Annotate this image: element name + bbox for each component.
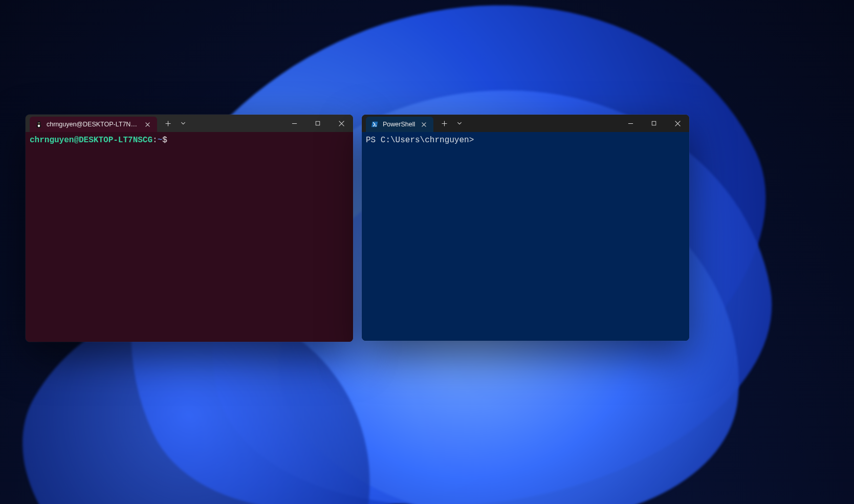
prompt-user-host: chrnguyen@DESKTOP-LT7NSCG — [30, 136, 152, 145]
prompt-separator: : — [152, 136, 158, 145]
tab-strip: chrnguyen@DESKTOP-LT7NSCG: ~ — [26, 115, 157, 132]
tab-close-button[interactable] — [419, 120, 428, 129]
svg-point-2 — [37, 125, 40, 127]
minimize-icon — [292, 121, 297, 126]
svg-rect-7 — [316, 121, 320, 125]
close-button[interactable] — [666, 115, 689, 132]
chevron-down-icon — [181, 121, 186, 126]
close-button[interactable] — [330, 115, 353, 132]
tab-tools — [433, 115, 466, 132]
maximize-button[interactable] — [642, 115, 666, 132]
terminal-window-powershell[interactable]: PowerShell PS — [362, 115, 689, 341]
svg-rect-8 — [652, 121, 656, 125]
window-controls — [282, 115, 353, 132]
tab-title: chrnguyen@DESKTOP-LT7NSCG: ~ — [47, 121, 139, 128]
plus-icon — [442, 121, 447, 126]
titlebar-drag-region[interactable] — [466, 115, 619, 132]
svg-point-6 — [39, 123, 39, 123]
tab-close-button[interactable] — [143, 120, 152, 129]
svg-point-5 — [38, 123, 38, 123]
tab-dropdown-button[interactable] — [453, 115, 466, 132]
new-tab-button[interactable] — [435, 115, 453, 132]
minimize-icon — [628, 121, 633, 126]
prompt-path: ~ — [158, 136, 163, 145]
terminal-viewport[interactable]: chrnguyen@DESKTOP-LT7NSCG:~$ — [26, 132, 353, 342]
powershell-prompt: PS C:\Users\chrnguyen> — [366, 136, 474, 145]
powershell-icon — [371, 121, 379, 128]
tab-active[interactable]: chrnguyen@DESKTOP-LT7NSCG: ~ — [30, 117, 157, 132]
minimize-button[interactable] — [619, 115, 642, 132]
plus-icon — [165, 121, 171, 126]
close-icon — [675, 121, 681, 126]
chevron-down-icon — [457, 121, 462, 126]
titlebar[interactable]: chrnguyen@DESKTOP-LT7NSCG: ~ — [26, 115, 353, 132]
prompt-sigil: $ — [162, 136, 167, 145]
maximize-icon — [651, 121, 656, 126]
terminal-viewport[interactable]: PS C:\Users\chrnguyen> — [362, 132, 689, 341]
close-icon — [339, 121, 344, 126]
tux-icon — [35, 121, 42, 128]
tab-active[interactable]: PowerShell — [366, 117, 433, 132]
tab-strip: PowerShell — [362, 115, 433, 132]
tab-title: PowerShell — [383, 121, 415, 128]
svg-point-0 — [37, 121, 40, 125]
titlebar-drag-region[interactable] — [190, 115, 282, 132]
new-tab-button[interactable] — [159, 115, 177, 132]
maximize-icon — [315, 121, 320, 126]
tab-dropdown-button[interactable] — [177, 115, 190, 132]
titlebar[interactable]: PowerShell — [362, 115, 689, 132]
minimize-button[interactable] — [282, 115, 306, 132]
maximize-button[interactable] — [306, 115, 330, 132]
tab-tools — [157, 115, 190, 132]
terminal-window-linux[interactable]: chrnguyen@DESKTOP-LT7NSCG: ~ — [26, 115, 353, 342]
window-controls — [619, 115, 689, 132]
